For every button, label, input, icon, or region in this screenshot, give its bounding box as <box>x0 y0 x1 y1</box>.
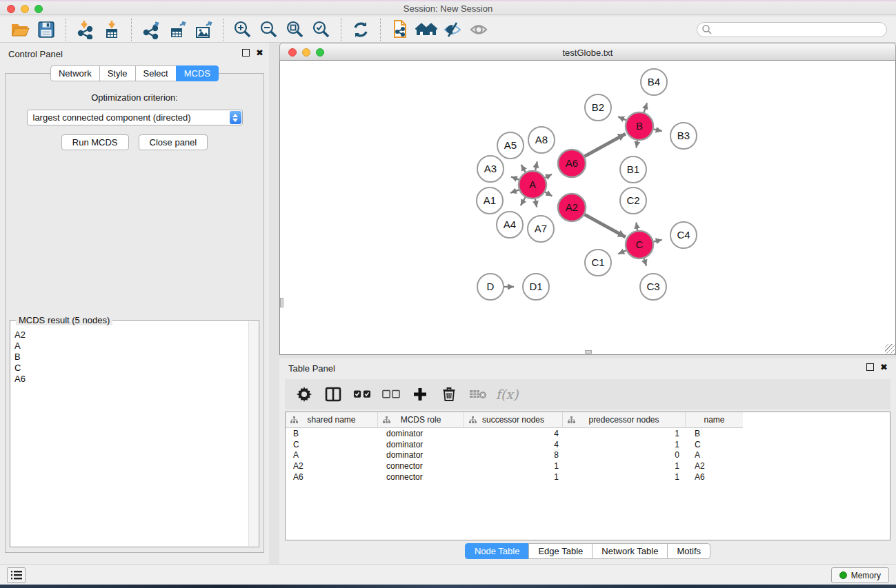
graph-edge-C-C1[interactable] <box>618 250 626 254</box>
network-window-titlebar[interactable]: testGlobe.txt <box>279 43 896 61</box>
home-layout-icon[interactable] <box>413 18 439 41</box>
graph-edge-A-A8[interactable] <box>535 161 537 170</box>
graph-node-B3[interactable]: B3 <box>670 123 697 149</box>
table-cell[interactable]: dominator <box>378 429 464 438</box>
graph-node-A7[interactable]: A7 <box>528 216 554 242</box>
graph-edge-A-A2[interactable] <box>545 192 552 196</box>
graph-node-B1[interactable]: B1 <box>620 156 646 183</box>
table-cell[interactable]: 4 <box>464 440 563 449</box>
tab-network-table[interactable]: Network Table <box>592 543 668 559</box>
table-cell[interactable]: A2 <box>286 461 378 471</box>
table-cell[interactable]: A6 <box>286 472 378 482</box>
table-cell[interactable]: dominator <box>378 450 464 460</box>
show-detail-icon[interactable] <box>466 18 492 41</box>
graph-node-A[interactable]: A <box>519 171 546 199</box>
zoom-in-icon[interactable] <box>230 18 256 41</box>
graph-node-B4[interactable]: B4 <box>641 69 667 95</box>
criterion-select[interactable]: largest connected component (directed) <box>27 110 243 125</box>
table-row[interactable]: A6connector11A6 <box>286 472 890 483</box>
result-item[interactable]: B <box>14 352 258 363</box>
graph-node-C3[interactable]: C3 <box>640 274 666 300</box>
table-cell[interactable]: dominator <box>378 440 464 449</box>
graph-node-A6[interactable]: A6 <box>558 150 586 177</box>
column-header-mcds-role[interactable]: MCDS role <box>378 412 464 428</box>
table-cell[interactable]: A <box>286 450 378 460</box>
graph-node-A3[interactable]: A3 <box>477 156 504 182</box>
graph-node-D1[interactable]: D1 <box>523 274 549 300</box>
hide-detail-icon[interactable] <box>439 18 466 41</box>
result-item[interactable]: C <box>14 363 258 374</box>
node-table[interactable]: shared name MCDS role successor nodes pr… <box>285 412 890 540</box>
settings-gear-icon[interactable] <box>295 385 313 403</box>
table-cell[interactable]: 1 <box>464 461 563 471</box>
column-header-successor-nodes[interactable]: successor nodes <box>464 412 563 428</box>
function-builder-icon[interactable]: f(x) <box>498 385 516 403</box>
graph-edge-C-C2[interactable] <box>636 223 637 231</box>
graph-edge-B-B4[interactable] <box>644 103 647 112</box>
graph-edge-A-A5[interactable] <box>521 165 526 172</box>
graph-node-C4[interactable]: C4 <box>670 222 697 248</box>
result-item[interactable]: A6 <box>14 374 258 385</box>
graph-edge-C-C4[interactable] <box>654 240 662 242</box>
table-cell[interactable]: 1 <box>563 440 686 449</box>
graph-node-C1[interactable]: C1 <box>585 250 611 276</box>
save-session-icon[interactable] <box>33 18 59 41</box>
column-header-predecessor-nodes[interactable]: predecessor nodes <box>563 412 686 428</box>
tab-edge-table[interactable]: Edge Table <box>528 543 593 559</box>
graph-edge-A-A4[interactable] <box>521 197 526 205</box>
refresh-view-icon[interactable] <box>348 18 374 41</box>
import-network-icon[interactable] <box>72 18 99 41</box>
tab-style[interactable]: Style <box>99 65 136 81</box>
result-scrollbar[interactable] <box>248 321 258 546</box>
tab-mcds[interactable]: MCDS <box>176 65 219 81</box>
network-canvas[interactable]: B4B2BB3A8A5A6A3B1AA1C2A2A4A7C4CC1DD1C3 <box>279 61 896 355</box>
table-cell[interactable]: 1 <box>464 472 563 482</box>
zoom-fit-icon[interactable] <box>282 18 308 41</box>
graph-node-A2[interactable]: A2 <box>558 194 586 221</box>
horizontal-scrollbar-thumb[interactable] <box>585 350 592 354</box>
open-session-icon[interactable] <box>7 18 33 41</box>
graph-edge-A-A3[interactable] <box>511 176 519 179</box>
graph-edge-A-A1[interactable] <box>510 190 519 193</box>
column-header-shared-name[interactable]: shared name <box>286 412 378 428</box>
graph-node-D[interactable]: D <box>477 274 504 300</box>
resize-grip[interactable] <box>885 344 895 354</box>
table-cell[interactable]: 8 <box>464 450 563 460</box>
graph-edge-A-A7[interactable] <box>535 199 537 207</box>
graph-node-B[interactable]: B <box>626 112 653 140</box>
close-panel-icon[interactable]: ✖ <box>256 49 263 57</box>
table-cell[interactable]: 1 <box>563 461 686 471</box>
graph-node-C2[interactable]: C2 <box>620 187 646 214</box>
search-input[interactable] <box>713 23 886 36</box>
close-panel-button[interactable]: Close panel <box>139 134 208 150</box>
graph-node-A5[interactable]: A5 <box>497 132 524 159</box>
result-item[interactable]: A2 <box>14 330 258 341</box>
graph-edge-A2-C[interactable] <box>584 214 625 237</box>
graph-edge-B-B3[interactable] <box>654 129 662 131</box>
graph-edge-C-C3[interactable] <box>644 258 646 266</box>
table-cell[interactable]: C <box>286 440 378 449</box>
graph-node-A1[interactable]: A1 <box>477 187 503 214</box>
float-table-panel-icon[interactable] <box>866 363 874 371</box>
table-cell[interactable]: connector <box>378 472 464 482</box>
tab-node-table[interactable]: Node Table <box>465 543 530 559</box>
table-cell[interactable]: A6 <box>686 472 743 482</box>
graph-edge-A-A6[interactable] <box>545 174 552 178</box>
zoom-selected-icon[interactable] <box>308 18 335 41</box>
export-image-icon[interactable] <box>190 18 217 41</box>
table-row[interactable]: A2connector11A2 <box>286 460 890 472</box>
graph-node-A4[interactable]: A4 <box>497 212 523 238</box>
deselect-all-icon[interactable] <box>382 385 400 403</box>
result-item[interactable]: A <box>14 341 258 352</box>
delete-table-icon[interactable] <box>469 385 487 403</box>
graph-node-C[interactable]: C <box>626 231 653 258</box>
add-column-icon[interactable] <box>411 385 429 403</box>
table-row[interactable]: Adominator80A <box>286 449 890 460</box>
import-table-icon[interactable] <box>99 18 125 41</box>
table-cell[interactable]: 0 <box>563 450 686 460</box>
export-table-icon[interactable] <box>164 18 190 41</box>
vertical-scrollbar-thumb[interactable] <box>280 298 283 307</box>
table-cell[interactable]: B <box>686 429 743 438</box>
table-row[interactable]: Cdominator41C <box>286 439 890 450</box>
select-stepper-icon[interactable] <box>230 111 241 124</box>
